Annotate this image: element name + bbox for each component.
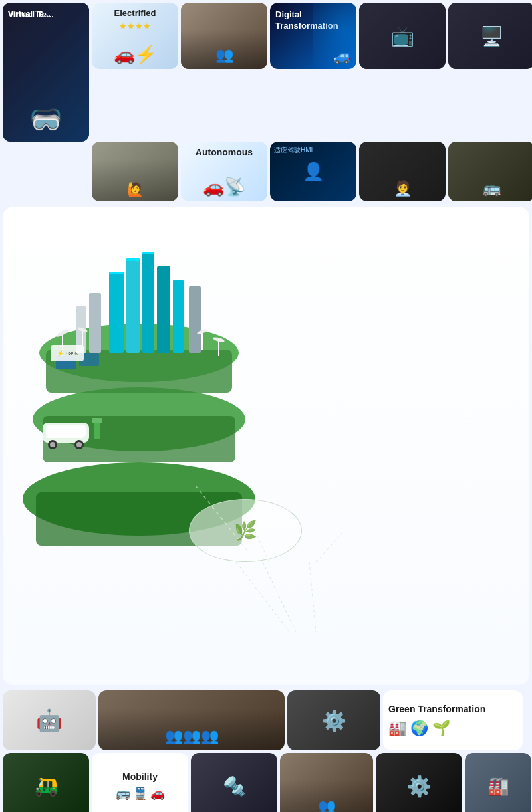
grid-item-crowd1[interactable]: 👥 bbox=[181, 3, 267, 69]
green-transformation-label: Green Transformation bbox=[388, 704, 517, 714]
svg-rect-6 bbox=[109, 273, 124, 353]
grid-item-mobility[interactable]: Mobility 🚌 🚆 🚗 bbox=[92, 753, 188, 812]
grid-item-expo-wide[interactable]: 👥👥👥 bbox=[98, 690, 285, 750]
svg-line-41 bbox=[236, 562, 289, 632]
svg-line-44 bbox=[316, 532, 342, 562]
grid-item-virtual-testing[interactable]: 🥽 Virtual Te... Virtual Te... bbox=[3, 3, 89, 142]
svg-rect-13 bbox=[173, 280, 184, 353]
top-grid-row1: 🥽 Virtual Te... Virtual Te... Electrifie… bbox=[0, 0, 532, 144]
svg-point-32 bbox=[76, 442, 82, 447]
grid-item-hmi[interactable]: 👤 适应驾驶HMI bbox=[270, 142, 356, 201]
bottom-grid-row2: 🛺 Mobility 🚌 🚆 🚗 🔩 👥 ⚙️ 🏭 bbox=[0, 753, 532, 812]
svg-rect-14 bbox=[89, 293, 101, 353]
car-icon: 🚗 bbox=[150, 786, 165, 801]
green-transformation-icons: 🏭 🌍 🌱 bbox=[388, 720, 517, 737]
grid-item-cockpit[interactable]: 🧑‍💼 bbox=[359, 142, 446, 201]
svg-rect-7 bbox=[109, 272, 124, 274]
plant-icon: 🌱 bbox=[432, 720, 450, 737]
main-banner: ⚡ 98% 🌿 bbox=[3, 207, 529, 685]
svg-rect-8 bbox=[126, 260, 140, 353]
svg-rect-16 bbox=[189, 286, 201, 353]
svg-line-45 bbox=[249, 519, 269, 562]
grid-item-autonomous[interactable]: Autonomous 🚗📡 bbox=[181, 142, 267, 201]
grid-item-golf-cart[interactable]: 🛺 bbox=[3, 753, 89, 812]
connecting-lines-svg bbox=[3, 499, 529, 685]
grid-item-electrified[interactable]: Electrified ★★★★ 🚗⚡ bbox=[92, 3, 178, 69]
electrified-stars: ★★★★ bbox=[119, 21, 151, 31]
mobility-label: Mobility bbox=[122, 771, 158, 782]
grid-item-autoparts[interactable]: 🔩 bbox=[191, 753, 277, 812]
grid-item-assembly[interactable]: 👥 bbox=[280, 753, 373, 812]
svg-rect-37 bbox=[63, 436, 68, 438]
electrified-label: Electrified bbox=[114, 8, 156, 18]
svg-rect-34 bbox=[92, 418, 102, 423]
grid-item-digital-transformation[interactable]: DigitalTransformation 🚙 bbox=[270, 3, 356, 69]
svg-rect-36 bbox=[55, 436, 60, 438]
grid-item-engine[interactable]: ⚙️ bbox=[287, 690, 380, 750]
grid-item-wheel[interactable]: ⚙️ bbox=[376, 753, 462, 812]
svg-rect-10 bbox=[142, 253, 154, 353]
grid-item-screen1[interactable]: 📺 bbox=[359, 3, 446, 69]
svg-point-30 bbox=[50, 442, 55, 447]
svg-rect-9 bbox=[126, 258, 140, 261]
grid-item-green-transformation[interactable]: Green Transformation 🏭 🌍 🌱 bbox=[383, 690, 523, 750]
grid-item-robot[interactable]: 🤖 bbox=[3, 690, 96, 750]
bus-icon: 🚌 bbox=[116, 786, 130, 801]
grid-item-factory[interactable]: 🏭 bbox=[465, 753, 531, 812]
bottom-grid-row1: 🤖 👥👥👥 ⚙️ Green Transformation 🏭 🌍 🌱 bbox=[0, 688, 532, 753]
earth-icon: 🌍 bbox=[410, 720, 428, 737]
grid-item-extra[interactable]: 🚌 bbox=[448, 142, 532, 201]
svg-rect-11 bbox=[142, 252, 154, 254]
svg-rect-35 bbox=[46, 436, 51, 438]
svg-rect-12 bbox=[157, 266, 170, 353]
grid-item-screen2[interactable]: 🖥️ bbox=[448, 3, 532, 69]
factory-icon: 🏭 bbox=[388, 720, 406, 737]
svg-line-42 bbox=[263, 562, 296, 632]
svg-text:⚡ 98%: ⚡ 98% bbox=[57, 350, 78, 357]
svg-line-43 bbox=[309, 562, 316, 632]
train-icon: 🚆 bbox=[133, 786, 148, 801]
grid-item-booth[interactable]: 🙋 bbox=[92, 142, 178, 201]
autonomous-label: Autonomous bbox=[196, 147, 253, 157]
top-grid-row2: 🙋 Autonomous 🚗📡 👤 适应驾驶HMI 🧑‍💼 🚌 bbox=[0, 142, 532, 204]
